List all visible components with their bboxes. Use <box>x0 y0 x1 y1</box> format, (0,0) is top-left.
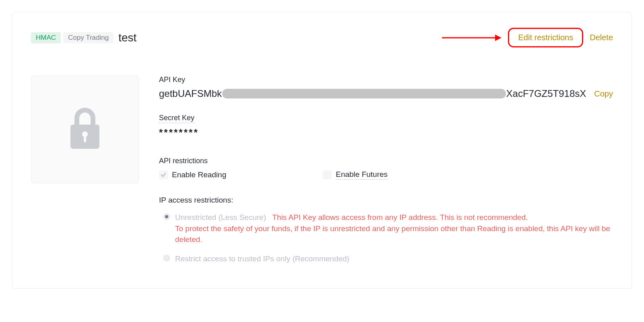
api-key-suffix: XacF7GZ5T918sX <box>506 88 586 99</box>
secret-key-label-text: Secret Key <box>159 114 194 123</box>
hmac-badge: HMAC <box>31 32 61 43</box>
svg-rect-4 <box>84 136 86 142</box>
secret-key-label: Secret Key <box>159 114 613 123</box>
header-left: HMAC Copy Trading test <box>31 31 136 44</box>
secret-key-value: ******** <box>159 127 613 138</box>
enable-reading-item: Enable Reading <box>159 170 226 180</box>
enable-futures-label: Enable Futures <box>336 170 388 180</box>
ip-unrestricted-warning-2: To protect the safety of your funds, if … <box>175 224 610 244</box>
api-key-masked <box>222 89 506 98</box>
api-key-row: getbUAFSMbk XacF7GZ5T918sX Copy <box>159 88 613 99</box>
ip-unrestricted-row: Unrestricted (Less Secure) This API Key … <box>159 212 613 245</box>
api-key-prefix: getbUAFSMbk <box>159 88 222 99</box>
header-right: Edit restrictions Delete <box>441 28 613 47</box>
ip-restrict-radio[interactable] <box>163 254 170 262</box>
api-key-name: test <box>118 31 136 44</box>
ip-unrestricted-label: Unrestricted (Less Secure) <box>175 213 266 222</box>
api-key-card: HMAC Copy Trading test Edit restrictions… <box>12 12 632 289</box>
svg-marker-1 <box>495 35 502 41</box>
copy-trading-badge: Copy Trading <box>63 32 114 43</box>
restrictions-row: Enable Reading Enable Futures <box>159 170 613 180</box>
ip-unrestricted-text: Unrestricted (Less Secure) This API Key … <box>175 212 613 245</box>
api-key-label: API Key <box>159 76 613 84</box>
ip-restrict-row: Restrict access to trusted IPs only (Rec… <box>159 253 613 265</box>
ip-restrict-label: Restrict access to trusted IPs only (Rec… <box>175 253 349 265</box>
ip-restrictions-title: IP access restrictions: <box>159 196 613 205</box>
delete-button[interactable]: Delete <box>590 33 613 42</box>
qr-placeholder <box>31 76 139 183</box>
edit-restrictions-button[interactable]: Edit restrictions <box>508 28 583 47</box>
copy-api-key-button[interactable]: Copy <box>594 89 613 98</box>
ip-unrestricted-warning-1: This API Key allows access from any IP a… <box>272 213 528 222</box>
lock-icon <box>65 105 105 154</box>
enable-reading-checkbox[interactable] <box>159 170 168 179</box>
api-restrictions-title: API restrictions <box>159 157 613 165</box>
ip-unrestricted-radio[interactable] <box>163 213 170 220</box>
api-key-value: getbUAFSMbk XacF7GZ5T918sX <box>159 88 586 99</box>
enable-futures-checkbox[interactable] <box>323 170 332 179</box>
header-row: HMAC Copy Trading test Edit restrictions… <box>31 28 613 47</box>
details-column: API Key getbUAFSMbk XacF7GZ5T918sX Copy … <box>159 76 613 268</box>
arrow-callout-icon <box>441 33 502 43</box>
enable-futures-item: Enable Futures <box>323 170 388 180</box>
check-icon <box>161 172 166 178</box>
enable-reading-label: Enable Reading <box>172 170 226 179</box>
body-row: API Key getbUAFSMbk XacF7GZ5T918sX Copy … <box>31 76 613 268</box>
